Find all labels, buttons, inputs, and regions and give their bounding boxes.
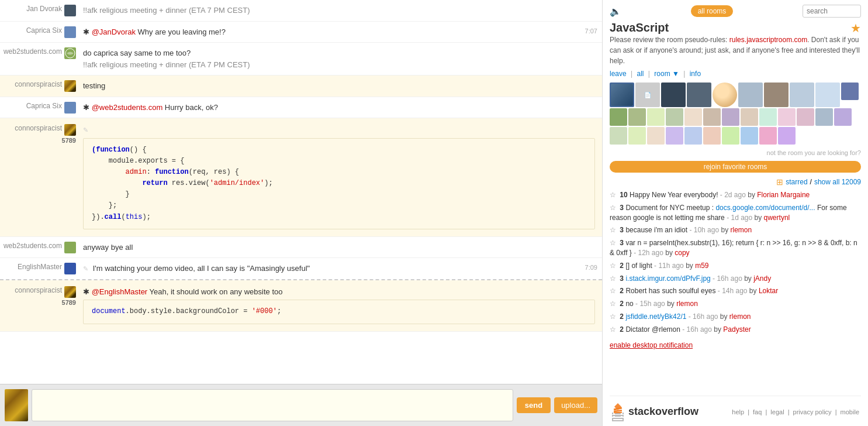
user-thumb[interactable] [684, 108, 702, 126]
star-text: because i'm an idiot [625, 226, 689, 234]
star-text: [] of light [625, 262, 654, 270]
user-thumb[interactable]: 📄 [635, 83, 660, 107]
faq-link[interactable]: faq [753, 408, 762, 415]
user-thumb[interactable] [759, 108, 777, 126]
star-icon: ☆ [610, 191, 616, 199]
user-info: Jan Dvorak [5, 4, 81, 16]
user-thumb[interactable] [815, 108, 833, 126]
user-thumb[interactable] [666, 108, 683, 126]
search-input[interactable] [803, 5, 861, 18]
legal-link[interactable]: legal [770, 408, 784, 415]
user-thumb[interactable] [628, 108, 646, 126]
user-thumb[interactable] [713, 83, 737, 107]
star-link[interactable]: docs.google.com/document/d/... [715, 204, 815, 212]
table-row: connorspiracist 5789 ✱ @EnglishMaster Ye… [0, 280, 602, 332]
star-author-link[interactable]: Loktar [759, 287, 778, 295]
message-text: testing [83, 81, 105, 90]
star-text: Dictator @rlemon [625, 325, 682, 334]
user-thumb[interactable] [738, 83, 763, 107]
user-thumb[interactable] [666, 127, 683, 145]
user-thumb[interactable] [741, 108, 758, 126]
user-thumb[interactable] [764, 83, 789, 107]
user-thumb[interactable] [703, 127, 721, 145]
sidebar-footer: stackoverflow help | faq | legal | priva… [610, 396, 861, 421]
star-text: Robert has such soulful eyes [625, 287, 717, 295]
mobile-link[interactable]: mobile [841, 408, 859, 415]
user-thumb[interactable] [790, 83, 814, 107]
privacy-link[interactable]: privacy policy [793, 408, 832, 415]
help-link[interactable]: help [732, 408, 744, 415]
leave-link[interactable]: leave [610, 70, 627, 78]
user-thumb[interactable] [661, 83, 686, 107]
speaker-icon[interactable]: 🔈 [610, 6, 621, 17]
user-thumb[interactable] [684, 127, 702, 145]
star-link[interactable]: i.stack.imgur.com/dPfvF.jpg [625, 274, 710, 283]
show-all-link[interactable]: show all 12009 [814, 178, 861, 186]
svg-rect-13 [613, 419, 623, 420]
send-button[interactable]: send [517, 397, 551, 413]
message-content: ✱ @web2students.com Hurry back, ok? [81, 101, 597, 115]
user-thumb[interactable] [687, 83, 711, 107]
star-author-link[interactable]: Padyster [723, 325, 751, 334]
star-icon: ☆ [610, 312, 616, 321]
star-author-link[interactable]: qwertynl [764, 214, 790, 222]
info-link[interactable]: info [690, 70, 701, 78]
star-author-link[interactable]: Florian Margaine [757, 191, 810, 199]
user-thumb[interactable] [722, 127, 739, 145]
star-count: 2 [620, 325, 624, 334]
star-by: by [686, 262, 695, 270]
not-looking-text: not the room you are looking for? [610, 149, 861, 156]
user-thumb[interactable] [759, 127, 777, 145]
table-row: Caprica Six ✱ @JanDvorak Why are you lea… [0, 22, 602, 43]
rejoin-button[interactable]: rejoin favorite rooms [610, 161, 861, 173]
list-item: ☆ 2 jsfiddle.net/yBk42/1 - 16h ago by rl… [610, 312, 861, 322]
star-author-link[interactable]: m59 [695, 262, 708, 270]
rules-link[interactable]: rules.javascriptroom.com [729, 36, 807, 44]
star-link[interactable]: jsfiddle.net/yBk42/1 [625, 312, 686, 321]
user-thumb[interactable] [647, 127, 665, 145]
star-count: 2 [620, 312, 624, 321]
avatar [64, 102, 76, 114]
all-link[interactable]: all [637, 70, 644, 78]
user-thumb[interactable] [610, 83, 634, 107]
user-thumb[interactable] [841, 83, 859, 100]
user-thumb[interactable] [797, 108, 814, 126]
username: web2students.com [4, 47, 62, 57]
table-row: web2students.com anyway bye all [0, 237, 602, 259]
message-content: ✱ @EnglishMaster Yeah, it should work on… [81, 285, 597, 328]
user-thumb[interactable] [778, 108, 796, 126]
star-author-link[interactable]: rlemon [730, 226, 752, 234]
edit-icon[interactable]: ✎ [83, 126, 91, 133]
star-author-link[interactable]: rlemon [729, 312, 751, 321]
user-thumb[interactable] [722, 108, 739, 126]
enable-notification-link[interactable]: enable desktop notification [610, 341, 861, 349]
upload-button[interactable]: upload... [554, 397, 597, 413]
star-author-link[interactable]: jAndy [753, 274, 771, 283]
chat-input-area: send upload... [0, 384, 602, 426]
starred-link[interactable]: starred [786, 178, 807, 186]
user-thumb[interactable] [741, 127, 758, 145]
user-thumb[interactable] [647, 108, 665, 126]
star-time: - 11h ago [654, 262, 684, 270]
user-thumb[interactable] [610, 127, 627, 145]
username: EnglishMaster [18, 263, 62, 272]
star-count: 3 [620, 239, 624, 247]
star-room-icon[interactable]: ★ [850, 21, 861, 35]
user-thumb[interactable] [815, 83, 840, 107]
user-thumb[interactable] [628, 127, 646, 145]
room-dropdown-link[interactable]: room ▼ [654, 70, 679, 78]
all-rooms-button[interactable]: all rooms [691, 5, 734, 17]
user-thumb[interactable] [778, 127, 796, 145]
star-icon: ☆ [610, 300, 616, 308]
star-author-link[interactable]: rlemon [676, 300, 698, 308]
user-thumb[interactable] [834, 108, 852, 126]
code-block: (function() { module.exports = { admin: … [83, 138, 595, 229]
mention: @JanDvorak [92, 28, 136, 36]
user-thumb[interactable] [610, 108, 627, 126]
user-info: web2students.com [5, 46, 81, 59]
user-thumb[interactable] [703, 108, 721, 126]
star-icon: ☆ [610, 274, 616, 283]
star-author-link[interactable]: copy [675, 249, 689, 257]
message-input[interactable] [32, 389, 513, 421]
room-header: JavaScript ★ [610, 21, 861, 35]
